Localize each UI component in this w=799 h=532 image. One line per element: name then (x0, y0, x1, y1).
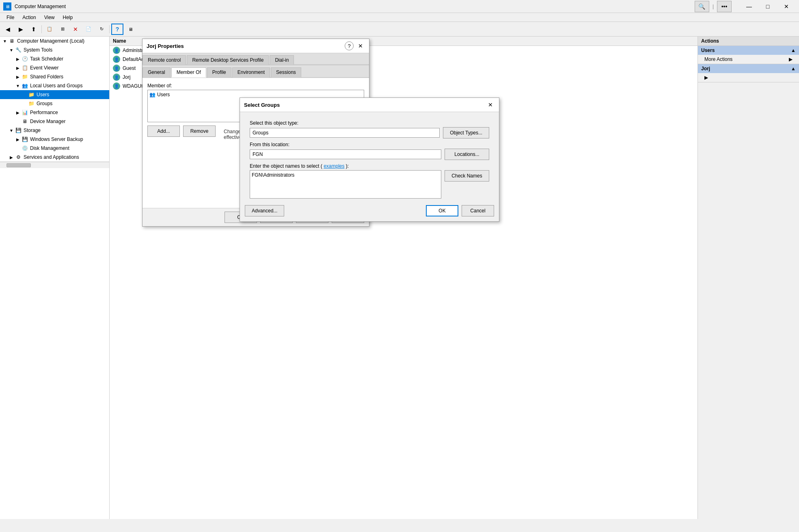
select-groups-close[interactable]: ✕ (486, 100, 495, 109)
toolbar-delete[interactable]: ✕ (69, 24, 82, 35)
action-more-actions[interactable]: More Actions ▶ (698, 55, 799, 64)
sidebar-hscroll-thumb[interactable] (6, 163, 31, 167)
tab-dial-in[interactable]: Dial-in (270, 55, 294, 65)
menu-view[interactable]: View (41, 14, 58, 21)
sidebar-item-device-manager[interactable]: ▶ 🖥 Device Manager (0, 117, 109, 126)
tab-remote-control[interactable]: Remote control (143, 55, 186, 65)
user-icon-0: 👤 (113, 47, 120, 54)
system-tools-expander[interactable]: ▼ (8, 47, 15, 53)
toolbar-properties[interactable]: 📄 (82, 24, 95, 35)
root-expander[interactable]: ▼ (2, 38, 8, 44)
select-groups-title: Select Groups (244, 102, 280, 108)
sidebar-label-event-viewer: Event Viewer (30, 65, 58, 71)
sidebar-item-task-scheduler[interactable]: ▶ 🕐 Task Scheduler (0, 54, 109, 63)
close-button[interactable]: ✕ (777, 0, 796, 13)
storage-expander[interactable]: ▼ (8, 127, 15, 134)
shared-folders-icon: 📁 (21, 73, 28, 80)
tab-remote-desktop[interactable]: Remote Desktop Services Profile (187, 55, 269, 65)
toolbar-forward[interactable]: ▶ (15, 24, 27, 35)
event-viewer-expander[interactable]: ▶ (15, 65, 21, 71)
toolbar-up[interactable]: ⬆ (28, 24, 40, 35)
add-button[interactable]: Add... (147, 125, 180, 137)
right-panel: Actions Users ▲ More Actions ▶ Jorj ▲ ▶ (698, 37, 799, 519)
action-section-users-header[interactable]: Users ▲ (698, 46, 799, 55)
task-scheduler-expander[interactable]: ▶ (15, 56, 21, 62)
more-actions-arrow: ▶ (789, 56, 793, 62)
tab-profile[interactable]: Profile (207, 67, 231, 78)
menu-file[interactable]: File (3, 14, 17, 21)
sidebar-item-performance[interactable]: ▶ 📊 Performance (0, 108, 109, 117)
select-groups-ok-button[interactable]: OK (426, 205, 458, 216)
object-names-textarea[interactable] (250, 170, 441, 199)
name-column-header: Name (113, 38, 126, 44)
names-group: Enter the object names to select ( examp… (250, 163, 489, 199)
sidebar-item-shared-folders[interactable]: ▶ 📁 Shared Folders (0, 72, 109, 81)
sidebar-item-storage[interactable]: ▼ 💾 Storage (0, 126, 109, 135)
sidebar-label-device-manager: Device Manager (30, 119, 65, 124)
toolbar-help[interactable]: ? (111, 24, 123, 35)
shared-folders-expander[interactable]: ▶ (15, 74, 21, 80)
sidebar-item-system-tools[interactable]: ▼ 🔧 System Tools (0, 45, 109, 54)
toolbar-refresh[interactable]: ↻ (95, 24, 108, 35)
select-groups-cancel-button[interactable]: Cancel (462, 205, 494, 216)
users-group-icon: 👥 (149, 92, 155, 97)
toolbar-grid[interactable]: ⊞ (56, 24, 69, 35)
users-folder-icon: 📁 (28, 91, 35, 98)
win-backup-icon: 💾 (21, 136, 28, 143)
menu-action[interactable]: Action (19, 14, 39, 21)
toolbar-back[interactable]: ◀ (2, 24, 14, 35)
menu-help[interactable]: Help (60, 14, 76, 21)
toolbar-extra[interactable]: 🖥 (124, 24, 136, 35)
title-more-btn[interactable]: ••• (717, 1, 732, 12)
sidebar-item-event-viewer[interactable]: ▶ 📋 Event Viewer (0, 63, 109, 72)
actions-title: Actions (701, 38, 719, 44)
remove-button[interactable]: Remove (183, 125, 216, 137)
sidebar-label-local-users: Local Users and Groups (30, 83, 82, 89)
check-names-button[interactable]: Check Names (445, 170, 489, 182)
action-jorj-submenu[interactable]: ▶ (698, 73, 799, 82)
tab-general[interactable]: General (143, 67, 171, 78)
device-manager-icon: 🖥 (21, 118, 28, 125)
maximize-button[interactable]: □ (758, 0, 777, 13)
win-backup-expander[interactable]: ▶ (15, 136, 21, 143)
more-actions-label: More Actions (704, 56, 732, 62)
sidebar-item-groups[interactable]: ▶ 📁 Groups (0, 99, 109, 108)
sidebar-label-groups: Groups (37, 101, 52, 106)
sidebar-label-storage: Storage (24, 128, 41, 133)
jorj-dialog-close[interactable]: ✕ (356, 41, 365, 50)
groups-folder-icon: 📁 (28, 100, 35, 107)
sidebar-item-win-backup[interactable]: ▶ 💾 Windows Server Backup (0, 135, 109, 144)
location-input[interactable] (250, 149, 441, 159)
performance-expander[interactable]: ▶ (15, 109, 21, 116)
user-icon-3: 👤 (113, 74, 120, 81)
users-collapse-icon: ▲ (791, 48, 796, 53)
advanced-button[interactable]: Advanced... (245, 205, 284, 216)
sidebar-item-disk-mgmt[interactable]: ▶ 💿 Disk Management (0, 144, 109, 153)
sidebar-hscroll[interactable] (0, 162, 109, 168)
sidebar-item-services[interactable]: ▶ ⚙ Services and Applications (0, 153, 109, 162)
minimize-button[interactable]: — (740, 0, 758, 13)
sidebar-label-services: Services and Applications (24, 154, 79, 160)
title-search-btn[interactable]: 🔍 (695, 1, 709, 12)
jorj-tab-row-2: General Member Of Profile Environment Se… (143, 65, 369, 78)
member-users-item[interactable]: 👥 Users (149, 92, 170, 97)
jorj-dialog-help-icon[interactable]: ? (345, 41, 354, 50)
examples-link[interactable]: examples (324, 163, 344, 169)
task-scheduler-icon: 🕐 (21, 55, 28, 63)
services-expander[interactable]: ▶ (8, 154, 15, 160)
locations-button[interactable]: Locations... (445, 149, 489, 160)
tab-environment[interactable]: Environment (232, 67, 270, 78)
select-groups-dialog: Select Groups ✕ Select this object type:… (240, 97, 499, 222)
local-users-expander[interactable]: ▼ (15, 82, 21, 89)
toolbar-show-hide[interactable]: 📋 (43, 24, 56, 35)
tab-sessions[interactable]: Sessions (271, 67, 301, 78)
sidebar-item-users[interactable]: ▶ 📁 Users (0, 90, 109, 99)
sidebar-item-local-users[interactable]: ▼ 👥 Local Users and Groups (0, 81, 109, 90)
tab-member-of[interactable]: Member Of (171, 67, 206, 78)
action-section-users-label: Users (701, 48, 715, 53)
object-types-button[interactable]: Object Types... (443, 127, 489, 138)
action-section-jorj-header[interactable]: Jorj ▲ (698, 64, 799, 73)
object-type-input[interactable] (250, 128, 440, 138)
sidebar-root[interactable]: ▼ 🖥 Computer Management (Local) (0, 37, 109, 45)
action-section-jorj-label: Jorj (701, 66, 710, 71)
